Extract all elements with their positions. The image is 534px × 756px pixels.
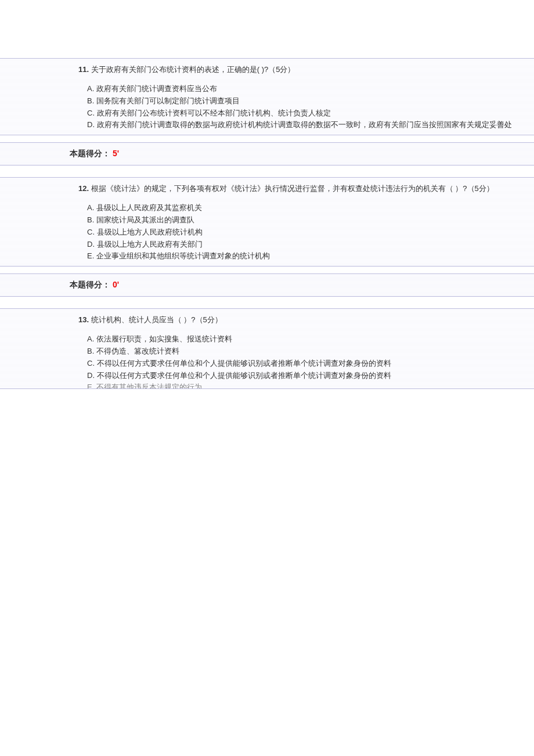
- question-block: 11. 关于政府有关部门公布统计资料的表述，正确的是( )?（5分） A. 政府…: [0, 58, 534, 135]
- option-a: A. 政府有关部门统计调查资料应当公布: [87, 83, 534, 95]
- option-d: D. 县级以上地方人民政府有关部门: [87, 239, 534, 251]
- question-number: 12.: [78, 184, 89, 193]
- option-b: B. 不得伪造、篡改统计资料: [87, 345, 534, 358]
- score-value: 5': [113, 149, 119, 158]
- score-bar: 本题得分： 5': [0, 142, 534, 165]
- question-body: 统计机构、统计人员应当（ ）?（5分）: [91, 315, 222, 324]
- option-e: E. 不得有其他违反本法规定的行为: [87, 381, 534, 388]
- option-c: C. 政府有关部门公布统计资料可以不经本部门统计机构、统计负责人核定: [87, 107, 534, 120]
- option-a: A. 依法履行职责，如实搜集、报送统计资料: [87, 333, 534, 345]
- score-value: 0': [113, 280, 119, 289]
- options-list: A. 县级以上人民政府及其监察机关 B. 国家统计局及其派出的调查队 C. 县级…: [0, 199, 534, 262]
- question-block: 13. 统计机构、统计人员应当（ ）?（5分） A. 依法履行职责，如实搜集、报…: [0, 308, 534, 388]
- score-label: 本题得分：: [70, 149, 110, 158]
- question-text: 13. 统计机构、统计人员应当（ ）?（5分）: [0, 314, 534, 330]
- option-b: B. 国家统计局及其派出的调查队: [87, 214, 534, 226]
- option-b: B. 国务院有关部门可以制定部门统计调查项目: [87, 95, 534, 107]
- score-label: 本题得分：: [70, 280, 110, 289]
- option-e: E. 企业事业组织和其他组织等统计调查对象的统计机构: [87, 250, 534, 262]
- question-block: 12. 根据《统计法》的规定，下列各项有权对《统计法》执行情况进行监督，并有权查…: [0, 177, 534, 267]
- page-cutoff: [0, 388, 534, 389]
- option-c: C. 县级以上地方人民政府统计机构: [87, 226, 534, 239]
- question-body: 根据《统计法》的规定，下列各项有权对《统计法》执行情况进行监督，并有权查处统计违…: [91, 184, 494, 193]
- options-list: A. 政府有关部门统计调查资料应当公布 B. 国务院有关部门可以制定部门统计调查…: [0, 80, 534, 131]
- question-text: 12. 根据《统计法》的规定，下列各项有权对《统计法》执行情况进行监督，并有权查…: [0, 182, 534, 199]
- question-number: 13.: [78, 315, 89, 324]
- option-d: D. 政府有关部门统计调查取得的数据与政府统计机构统计调查取得的数据不一致时，政…: [87, 119, 534, 131]
- exam-content: 11. 关于政府有关部门公布统计资料的表述，正确的是( )?（5分） A. 政府…: [0, 0, 534, 389]
- options-list: A. 依法履行职责，如实搜集、报送统计资料 B. 不得伪造、篡改统计资料 C. …: [0, 330, 534, 388]
- question-body: 关于政府有关部门公布统计资料的表述，正确的是( )?（5分）: [91, 65, 295, 74]
- question-number: 11.: [78, 65, 89, 74]
- option-c: C. 不得以任何方式要求任何单位和个人提供能够识别或者推断单个统计调查对象身份的…: [87, 358, 534, 370]
- score-bar: 本题得分： 0': [0, 273, 534, 297]
- option-a: A. 县级以上人民政府及其监察机关: [87, 202, 534, 214]
- option-d: D. 不得以任何方式要求任何单位和个人提供能够识别或者推断单个统计调查对象身份的…: [87, 370, 534, 382]
- question-text: 11. 关于政府有关部门公布统计资料的表述，正确的是( )?（5分）: [0, 63, 534, 80]
